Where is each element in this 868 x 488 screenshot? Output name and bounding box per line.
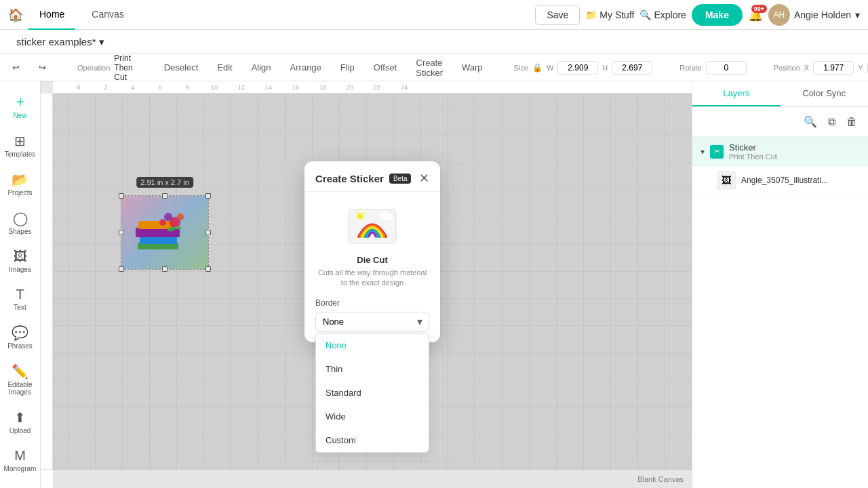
border-dropdown-menu: None Thin Standard Wide Custom	[315, 333, 429, 453]
operation-value: Print Then Cut	[114, 54, 132, 82]
operation-group: Operation Print Then Cut	[77, 54, 133, 82]
sidebar-item-text[interactable]: T Text	[3, 281, 38, 317]
rotate-group: Rotate	[679, 61, 746, 75]
doc-title[interactable]: sticker examples* ▾	[11, 36, 110, 48]
sub-layer-thumbnail: 🖼	[717, 171, 736, 190]
modal-title-row: Create Sticker Beta	[315, 173, 411, 184]
layer-item-sticker[interactable]: ▾ ✂ Sticker Print Then Cut	[692, 137, 868, 167]
make-button[interactable]: Make	[692, 4, 743, 26]
images-icon: 🖼	[14, 249, 27, 264]
modal-title: Create Sticker	[315, 173, 384, 184]
y-label: Y	[858, 64, 863, 72]
undo-button[interactable]: ↩	[8, 61, 24, 74]
right-tabs: Layers Color Sync	[692, 81, 868, 107]
svg-rect-14	[382, 216, 393, 220]
position-group: Position X Y	[774, 61, 868, 75]
panel-toolbar: 🔍 ⧉ 🗑	[692, 107, 868, 137]
dropdown-item-wide[interactable]: Wide	[316, 405, 429, 428]
panel-duplicate-button[interactable]: ⧉	[825, 113, 838, 131]
size-group: Size 🔒 W H	[514, 61, 653, 75]
border-select-wrapper: None ▾ None Thin Standard Wide Custom	[315, 312, 429, 331]
home-logo-icon: 🏠	[8, 7, 23, 22]
upload-icon: ⬆	[14, 409, 26, 426]
left-sidebar: ＋ New ⊞ Templates 📂 Projects ◯ Shapes 🖼 …	[0, 81, 41, 488]
canvas-area[interactable]: 0 2 4 6 8 10 12 14 16 18 20 22 24 2.91 i…	[41, 81, 692, 488]
sub-layer-name: Angie_35075_illustrati...	[741, 176, 828, 185]
height-input[interactable]	[612, 61, 652, 75]
notification-count-badge: 99+	[751, 5, 767, 13]
top-nav: 🏠 Home Canvas Save 📁 My Stuff 🔍 Explore …	[0, 0, 868, 30]
tab-layers[interactable]: Layers	[692, 81, 781, 106]
panel-search-button[interactable]: 🔍	[801, 113, 820, 131]
height-label: H	[602, 64, 608, 72]
chevron-down-icon: ▾	[855, 9, 860, 20]
save-button[interactable]: Save	[535, 5, 580, 25]
x-input[interactable]	[813, 61, 854, 75]
doc-title-bar: sticker examples* ▾	[0, 30, 868, 54]
size-lock-icon: 🔒	[532, 63, 542, 73]
sidebar-item-new[interactable]: ＋ New	[3, 87, 38, 125]
dropdown-item-custom[interactable]: Custom	[316, 428, 429, 452]
my-stuff-button[interactable]: 📁 My Stuff	[585, 9, 634, 20]
sidebar-item-editable-images[interactable]: ✏️ Editable Images	[3, 358, 38, 401]
modal-preview	[315, 203, 429, 247]
width-label: W	[547, 64, 553, 72]
chevron-down-icon: ▾	[99, 36, 104, 48]
modal-close-button[interactable]: ✕	[419, 171, 429, 186]
sidebar-item-monogram[interactable]: M Monogram	[3, 443, 38, 478]
redo-button[interactable]: ↪	[35, 61, 50, 74]
offset-button[interactable]: Offset	[370, 61, 401, 74]
edit-button[interactable]: Edit	[213, 61, 236, 74]
sidebar-item-shapes[interactable]: ◯ Shapes	[3, 205, 38, 241]
create-sticker-modal: Create Sticker Beta ✕	[304, 161, 440, 342]
layer-name: Sticker	[729, 142, 777, 152]
operation-label: Operation	[77, 64, 110, 72]
sidebar-item-upload[interactable]: ⬆ Upload	[3, 404, 38, 440]
sidebar-item-templates[interactable]: ⊞ Templates	[3, 127, 38, 163]
plus-icon: ＋	[14, 92, 27, 110]
ruler-horizontal: 0 2 4 6 8 10 12 14 16 18 20 22 24	[53, 81, 692, 94]
sidebar-item-phrases[interactable]: 💬 Phrases	[3, 319, 38, 355]
flip-button[interactable]: Flip	[336, 61, 359, 74]
dropdown-item-thin[interactable]: Thin	[316, 357, 429, 381]
sidebar-item-projects[interactable]: 📂 Projects	[3, 166, 38, 202]
explore-button[interactable]: 🔍 Explore	[639, 9, 686, 20]
deselect-button[interactable]: Deselect	[160, 61, 203, 74]
die-cut-title: Die Cut	[315, 255, 429, 265]
x-label: X	[804, 64, 809, 72]
create-sticker-button[interactable]: Create Sticker	[412, 56, 447, 79]
notifications-button[interactable]: 🔔 99+	[748, 7, 763, 22]
dropdown-item-none[interactable]: None	[316, 333, 429, 357]
ruler-vertical	[41, 94, 53, 488]
my-stuff-icon: 📁	[585, 9, 597, 20]
border-label: Border	[315, 298, 429, 308]
width-input[interactable]	[557, 61, 598, 75]
border-select[interactable]: None	[315, 312, 429, 331]
nav-tab-home[interactable]: Home	[28, 0, 75, 30]
monogram-icon: M	[14, 448, 26, 464]
layer-info: Sticker Print Then Cut	[729, 142, 777, 161]
operation-bar: ↩ ↪ Operation Print Then Cut Deselect Ed…	[0, 54, 868, 81]
size-label: Size	[514, 64, 528, 72]
tab-color-sync[interactable]: Color Sync	[781, 81, 869, 106]
border-selected-value: None	[323, 317, 344, 327]
panel-delete-button[interactable]: 🗑	[844, 113, 860, 131]
die-cut-preview-svg	[345, 203, 399, 247]
align-button[interactable]: Align	[248, 61, 275, 74]
layer-sub: Print Then Cut	[729, 152, 777, 161]
rotate-input[interactable]	[706, 61, 747, 75]
canvas-content: 2.91 in x 2.7 in	[53, 94, 692, 488]
rotate-label: Rotate	[679, 64, 701, 72]
user-menu-button[interactable]: AH Angie Holden ▾	[768, 4, 860, 26]
dropdown-item-standard[interactable]: Standard	[316, 381, 429, 405]
nav-tab-canvas[interactable]: Canvas	[81, 0, 134, 30]
arrange-button[interactable]: Arrange	[286, 61, 326, 74]
modal-header: Create Sticker Beta ✕	[304, 161, 440, 192]
avatar: AH	[768, 4, 790, 26]
projects-icon: 📂	[12, 171, 28, 188]
layer-chevron-icon: ▾	[701, 147, 705, 157]
warp-button[interactable]: Warp	[458, 61, 487, 74]
text-icon: T	[16, 287, 24, 302]
sidebar-item-images[interactable]: 🖼 Images	[3, 243, 38, 279]
sub-layer-item[interactable]: 🖼 Angie_35075_illustrati...	[692, 167, 868, 195]
